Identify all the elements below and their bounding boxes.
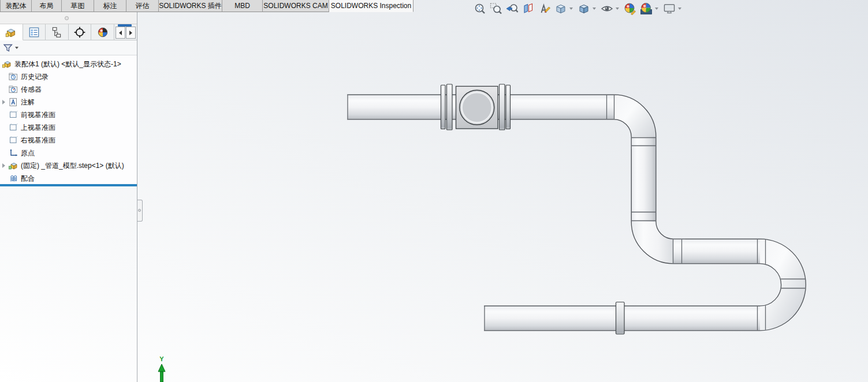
apply-scene-icon[interactable]: [639, 2, 653, 16]
tree-item-label: 配合: [21, 174, 35, 183]
panel-right-border: [137, 12, 137, 382]
expand-arrow-icon[interactable]: [2, 100, 5, 104]
panel-tab-scroll-left[interactable]: [116, 27, 125, 39]
filter-icon[interactable]: [2, 42, 14, 54]
tree-item-history[interactable]: 历史记录: [0, 70, 137, 83]
display-style-icon[interactable]: [576, 2, 591, 16]
tree-item-origin[interactable]: 原点: [0, 147, 137, 159]
panel-splitter-handle[interactable]: [137, 200, 143, 222]
orientation-triad: Y: [152, 355, 171, 382]
panel-tab-scroll: [114, 24, 137, 40]
tree-item-label: 前视基准面: [21, 110, 55, 120]
part-icon: [8, 160, 18, 171]
feature-tree: 装配体1 (默认) <默认_显示状态-1> 历史记录 传感器: [0, 55, 137, 184]
view-orientation-icon[interactable]: [553, 2, 568, 16]
dimxpertmanager-tab[interactable]: [69, 24, 92, 40]
right-arrow-icon: [129, 31, 132, 35]
tree-item-label: 右视基准面: [21, 136, 55, 145]
valve-bore-inner: [462, 92, 492, 122]
panel-tab-strip: [0, 24, 137, 40]
tree-item-label: 注解: [21, 98, 35, 107]
triad-y-axis-arrow: [152, 363, 171, 382]
tree-item-front-plane[interactable]: 前视基准面: [0, 108, 137, 121]
triad-y-label: Y: [152, 355, 171, 363]
tree-item-annotations[interactable]: 注解: [0, 96, 137, 108]
plane-icon: [8, 122, 18, 133]
tree-item-label: 传感器: [21, 85, 42, 95]
tree-item-assembly-root[interactable]: 装配体1 (默认) <默认_显示状态-1>: [0, 58, 137, 70]
tree-item-label: 原点: [21, 148, 35, 158]
view-settings-icon[interactable]: [662, 2, 676, 16]
pipe-end-caps: [348, 95, 485, 330]
commandmanager-pull-handle[interactable]: [65, 16, 69, 20]
dimxpertmanager-icon: [73, 26, 86, 39]
headsup-view-toolbar: [472, 1, 683, 16]
sensors-folder-icon: [8, 84, 18, 95]
mates-icon: [8, 173, 18, 183]
tab-solidworks-cam[interactable]: SOLIDWORKS CAM: [263, 0, 329, 12]
tree-item-mates[interactable]: 配合: [0, 172, 137, 184]
tree-item-sensors[interactable]: 传感器: [0, 83, 137, 96]
annotations-folder-icon: [8, 97, 18, 107]
tab-markup[interactable]: 标注: [94, 0, 126, 12]
splitter-dot: [138, 209, 141, 212]
tab-assembly[interactable]: 装配体: [0, 0, 32, 12]
propertymanager-icon: [28, 26, 40, 39]
featuremanager-panel: 装配体1 (默认) <默认_显示状态-1> 历史记录 传感器: [0, 24, 137, 382]
pipe-flange-ring[interactable]: [616, 302, 625, 335]
tab-solidworks-inspection[interactable]: SOLIDWORKS Inspection: [329, 0, 413, 12]
hidden-tab-sliver: [118, 24, 132, 27]
assembly-icon: [2, 59, 12, 69]
history-folder-icon: [8, 72, 18, 82]
tree-item-label: 上视基准面: [21, 123, 55, 133]
display-style-dropdown[interactable]: [593, 8, 596, 10]
panel-tab-scroll-right[interactable]: [126, 27, 136, 39]
tab-evaluate[interactable]: 评估: [126, 0, 159, 12]
zoom-to-area-icon[interactable]: [489, 2, 503, 16]
plane-icon: [8, 135, 18, 145]
tree-item-top-plane[interactable]: 上视基准面: [0, 121, 137, 134]
commandmanager-collapsed-strip: [0, 12, 137, 24]
valve-assembly[interactable]: [441, 84, 511, 130]
zoom-to-fit-icon[interactable]: [472, 2, 487, 16]
displaymanager-tab[interactable]: [91, 24, 114, 40]
configurationmanager-icon: [50, 26, 63, 39]
tab-sketch[interactable]: 草图: [62, 0, 94, 12]
hide-show-items-icon[interactable]: [599, 2, 614, 16]
tree-item-label: (固定) _管道_模型.step<1> (默认): [21, 161, 124, 171]
edit-appearance-icon[interactable]: [623, 2, 637, 16]
expand-arrow-icon[interactable]: [2, 163, 5, 168]
left-arrow-icon: [119, 31, 122, 35]
apply-scene-dropdown[interactable]: [655, 8, 658, 10]
tree-item-label: 装配体1 (默认) <默认_显示状态-1>: [14, 59, 121, 69]
annotation-views-icon[interactable]: [537, 2, 552, 16]
tree-item-label: 历史记录: [21, 72, 49, 82]
tree-item-pipe-part[interactable]: (固定) _管道_模型.step<1> (默认): [0, 159, 137, 172]
tab-layout[interactable]: 布局: [32, 0, 62, 12]
rollback-bar[interactable]: [0, 184, 137, 186]
propertymanager-tab[interactable]: [23, 24, 46, 40]
pipe-model[interactable]: [323, 84, 809, 334]
view-settings-dropdown[interactable]: [678, 8, 681, 10]
view-orientation-dropdown[interactable]: [569, 8, 573, 10]
tree-item-right-plane[interactable]: 右视基准面: [0, 134, 137, 147]
section-view-icon[interactable]: [521, 2, 535, 16]
featuremanager-tab[interactable]: [0, 24, 23, 40]
plane-icon: [8, 110, 18, 120]
tab-solidworks-addins[interactable]: SOLIDWORKS 插件: [159, 0, 222, 12]
configurationmanager-tab[interactable]: [46, 24, 69, 40]
filter-dropdown-caret[interactable]: [15, 47, 18, 49]
hide-show-items-dropdown[interactable]: [616, 8, 619, 10]
displaymanager-icon: [96, 26, 109, 39]
tree-filter-row: [0, 40, 137, 55]
command-tab-bar: 装配体 布局 草图 标注 评估 SOLIDWORKS 插件 MBD SOLIDW…: [0, 0, 413, 12]
featuremanager-icon: [5, 26, 17, 39]
tab-mbd[interactable]: MBD: [222, 0, 263, 12]
origin-icon: [8, 148, 18, 158]
previous-view-icon[interactable]: [505, 2, 519, 16]
